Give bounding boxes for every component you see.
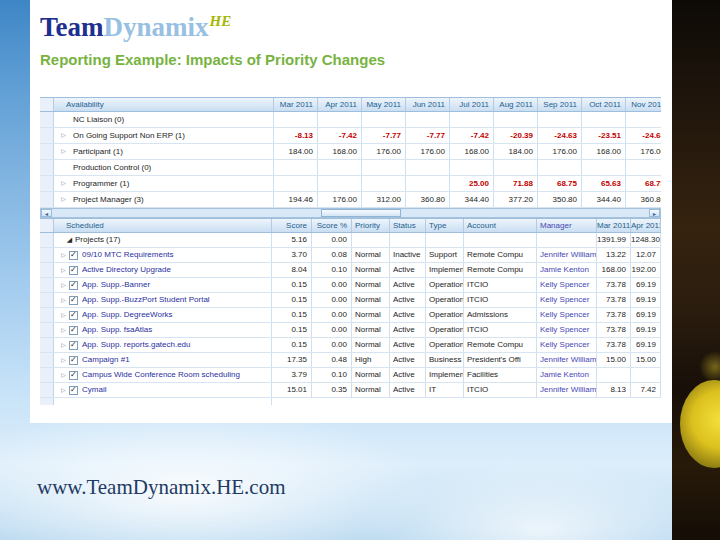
availability-value-cell: -7.42 xyxy=(450,128,494,143)
expand-icon[interactable]: ▷ xyxy=(58,308,69,322)
availability-value-cell: 360.80 xyxy=(406,192,450,207)
expand-icon[interactable]: ▷ xyxy=(58,383,69,397)
row-checkbox[interactable]: ✓ xyxy=(69,251,78,260)
table-row[interactable]: ▷Project Manager (3)194.46176.00312.0036… xyxy=(40,192,661,208)
table-row[interactable]: ▷Programmer (1)25.0071.8868.7565.6368.75 xyxy=(40,176,661,192)
month-column-header: Mar 2011 xyxy=(274,98,318,111)
availability-value-cell xyxy=(538,112,582,127)
table-row[interactable]: ▷✓Active Directory Upgrade8.040.10Normal… xyxy=(40,263,661,278)
scheduled-header-row: ScheduledScoreScore %PriorityStatusTypeA… xyxy=(40,218,661,233)
row-checkbox[interactable]: ✓ xyxy=(69,266,78,275)
project-label[interactable]: App. Supp. fsaAtlas xyxy=(82,323,152,337)
table-row[interactable]: ▷On Going Support Non ERP (1)-8.13-7.42-… xyxy=(40,128,661,144)
availability-value-cell xyxy=(318,112,362,127)
score-cell: 17.35 xyxy=(272,353,312,367)
availability-value-cell: 168.00 xyxy=(318,144,362,159)
project-label[interactable]: Campus Wide Conference Room scheduling xyxy=(82,368,240,382)
row-gutter xyxy=(40,233,54,247)
apr-value-cell: 7.42 xyxy=(631,383,661,397)
account-cell: Remote Compu xyxy=(464,338,537,352)
project-label-cell: ▷✓App. Supp.-Banner xyxy=(54,278,272,292)
table-row[interactable]: ▷✓App. Supp. reports.gatech.edu0.150.00N… xyxy=(40,338,661,353)
score-cell: 3.70 xyxy=(272,248,312,262)
table-row[interactable]: ▷✓Campaign #117.350.48HighActiveBusiness… xyxy=(40,353,661,368)
score-cell: 8.04 xyxy=(272,263,312,277)
mar-value-cell: 73.78 xyxy=(597,323,631,337)
expand-icon[interactable]: ◢ xyxy=(64,233,75,247)
availability-value-cell xyxy=(362,176,406,191)
project-label-cell: ▷✓App. Supp. DegreeWorks xyxy=(54,308,272,322)
status-cell: Active xyxy=(390,308,426,322)
scrollbar-thumb[interactable] xyxy=(321,209,401,217)
table-row[interactable]: ▷✓App. Supp.-BuzzPort Student Portal0.15… xyxy=(40,293,661,308)
logo-he-superscript: HE xyxy=(210,13,232,29)
score-pct-cell: 0.00 xyxy=(312,338,352,352)
apr-value-cell: 15.00 xyxy=(631,353,661,367)
table-row[interactable]: ▷✓09/10 MTC Requirements3.700.08NormalIn… xyxy=(40,248,661,263)
row-checkbox[interactable]: ✓ xyxy=(69,311,78,320)
status-cell: Active xyxy=(390,383,426,397)
scroll-left-arrow-icon[interactable]: ◄ xyxy=(41,209,52,217)
row-gutter xyxy=(40,383,54,397)
table-row[interactable]: ▷✓Cymail15.010.35NormalActiveITITCIOJenn… xyxy=(40,383,661,398)
logo-dynamix-text: Dynamix xyxy=(104,12,209,42)
availability-value-cell: 168.00 xyxy=(450,144,494,159)
table-row[interactable]: ▷✓App. Supp.-Banner0.150.00NormalActiveO… xyxy=(40,278,661,293)
row-checkbox[interactable]: ✓ xyxy=(69,386,78,395)
table-row[interactable]: ▷✓App. Supp. DegreeWorks0.150.00NormalAc… xyxy=(40,308,661,323)
expand-icon[interactable]: ▷ xyxy=(58,248,69,262)
row-checkbox[interactable]: ✓ xyxy=(69,296,78,305)
availability-value-cell xyxy=(406,176,450,191)
manager-cell: Kelly Spencer xyxy=(537,338,597,352)
row-checkbox[interactable]: ✓ xyxy=(69,281,78,290)
availability-value-cell xyxy=(274,112,318,127)
project-label[interactable]: App. Supp.-BuzzPort Student Portal xyxy=(82,293,210,307)
project-label[interactable]: App. Supp. reports.gatech.edu xyxy=(82,338,191,352)
expand-icon[interactable]: ▷ xyxy=(58,338,69,352)
manager-cell: Jennifer William xyxy=(537,353,597,367)
table-row[interactable]: ▷✓App. Supp. fsaAtlas0.150.00NormalActiv… xyxy=(40,323,661,338)
table-row[interactable]: Production Control (0) xyxy=(40,160,661,176)
expand-icon[interactable]: ▷ xyxy=(58,176,69,191)
project-label[interactable]: Active Directory Upgrade xyxy=(82,263,171,277)
project-label[interactable]: App. Supp. DegreeWorks xyxy=(82,308,173,322)
score-cell: 15.01 xyxy=(272,383,312,397)
expand-icon[interactable]: ▷ xyxy=(58,368,69,382)
scroll-right-arrow-icon[interactable]: ► xyxy=(649,209,660,217)
expand-icon[interactable]: ▷ xyxy=(58,263,69,277)
table-row[interactable]: ▷Participant (1)184.00168.00176.00176.00… xyxy=(40,144,661,160)
project-label[interactable]: App. Supp.-Banner xyxy=(82,278,150,292)
availability-value-cell: -24.63 xyxy=(626,128,661,143)
project-label[interactable]: 09/10 MTC Requirements xyxy=(82,248,174,262)
expand-icon[interactable]: ▷ xyxy=(58,278,69,292)
column-header: Apr 2011 xyxy=(631,219,661,232)
expand-icon[interactable]: ▷ xyxy=(58,293,69,307)
expand-icon[interactable]: ▷ xyxy=(58,128,69,143)
scheduled-grid: ScheduledScoreScore %PriorityStatusTypeA… xyxy=(40,218,661,405)
logo-team-text: Team xyxy=(40,12,104,42)
expand-icon[interactable]: ▷ xyxy=(58,323,69,337)
availability-value-cell: 176.00 xyxy=(406,144,450,159)
project-label[interactable]: Cymail xyxy=(82,383,106,397)
mar-value-cell: 73.78 xyxy=(597,278,631,292)
table-row[interactable]: ▷✓Campus Wide Conference Room scheduling… xyxy=(40,368,661,383)
manager-cell: Kelly Spencer xyxy=(537,323,597,337)
manager-cell: Jamie Kenton xyxy=(537,263,597,277)
account-cell: Admissions xyxy=(464,308,537,322)
project-label[interactable]: Campaign #1 xyxy=(82,353,130,367)
table-row[interactable]: ◢Projects (17)5.160.001391.991248.30 xyxy=(40,233,661,248)
expand-icon[interactable]: ▷ xyxy=(58,144,69,159)
score-pct-cell: 0.00 xyxy=(312,233,352,247)
availability-value-cell: 71.88 xyxy=(494,176,538,191)
horizontal-scrollbar[interactable]: ◄ ► xyxy=(40,208,661,218)
row-checkbox[interactable]: ✓ xyxy=(69,371,78,380)
manager-cell: Kelly Spencer xyxy=(537,293,597,307)
row-checkbox[interactable]: ✓ xyxy=(69,356,78,365)
availability-value-cell: 68.75 xyxy=(626,176,661,191)
row-checkbox[interactable]: ✓ xyxy=(69,341,78,350)
table-row[interactable]: NC Liaison (0) xyxy=(40,112,661,128)
row-checkbox[interactable]: ✓ xyxy=(69,326,78,335)
mar-value-cell: 168.00 xyxy=(597,263,631,277)
expand-icon[interactable]: ▷ xyxy=(58,353,69,367)
expand-icon[interactable]: ▷ xyxy=(58,192,69,207)
